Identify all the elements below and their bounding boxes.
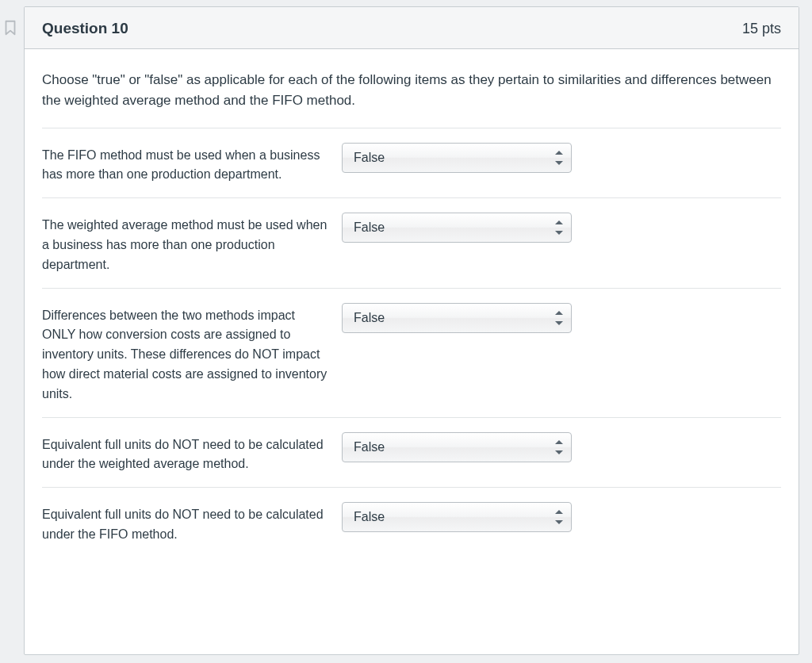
question-body: Choose "true" or "false" as applicable f… [25,49,799,654]
select-value[interactable]: False [342,213,572,243]
question-title: Question 10 [42,20,128,37]
select-value[interactable]: False [342,502,572,532]
quiz-page: Question 10 15 pts Choose "true" or "fal… [0,0,812,663]
item-label: The weighted average method must be used… [42,213,327,274]
answer-select[interactable]: False [342,143,572,173]
question-item: The FIFO method must be used when a busi… [42,128,781,198]
select-value[interactable]: False [342,303,572,333]
question-points: 15 pts [742,21,781,37]
item-label: Equivalent full units do NOT need to be … [42,432,327,475]
question-header: Question 10 15 pts [25,7,799,49]
question-card: Question 10 15 pts Choose "true" or "fal… [24,6,799,655]
select-value[interactable]: False [342,432,572,462]
answer-select[interactable]: False [342,303,572,333]
answer-select[interactable]: False [342,502,572,532]
question-item: Equivalent full units do NOT need to be … [42,417,781,488]
item-label: Differences between the two methods impa… [42,303,327,404]
question-prompt: Choose "true" or "false" as applicable f… [42,70,781,112]
answer-select[interactable]: False [342,213,572,243]
answer-select[interactable]: False [342,432,572,462]
question-item: Differences between the two methods impa… [42,288,781,417]
item-label: Equivalent full units do NOT need to be … [42,502,327,545]
question-item: Equivalent full units do NOT need to be … [42,487,781,550]
bookmark-icon[interactable] [2,19,19,36]
item-label: The FIFO method must be used when a busi… [42,143,327,186]
question-item: The weighted average method must be used… [42,197,781,287]
select-value[interactable]: False [342,143,572,173]
